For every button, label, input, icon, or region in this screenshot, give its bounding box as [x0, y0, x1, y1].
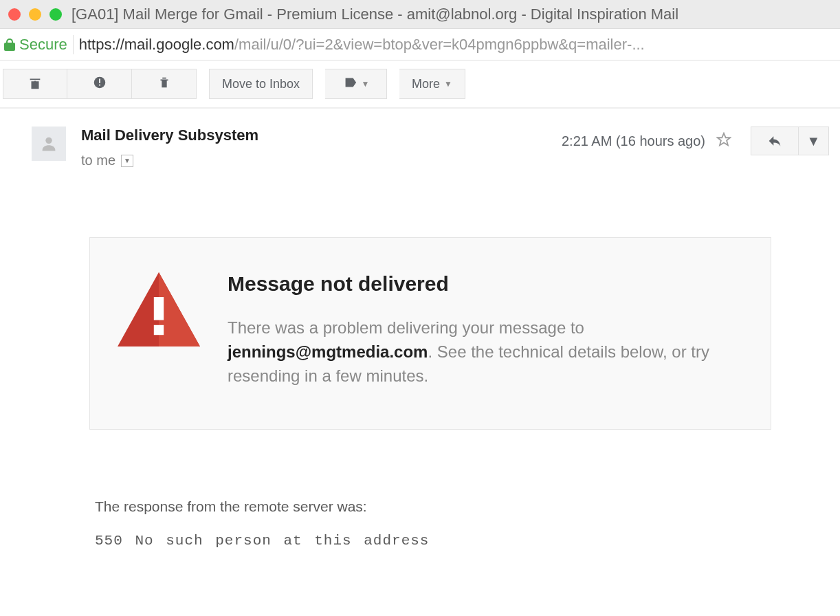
more-label: More: [412, 77, 440, 91]
archive-button[interactable]: [3, 69, 67, 99]
svg-rect-7: [154, 297, 164, 320]
star-icon: [716, 132, 731, 147]
message-meta: 2:21 AM (16 hours ago) ▼: [562, 126, 829, 155]
response-code: 550 No such person at this address: [95, 533, 771, 549]
chevron-down-icon: ▼: [362, 79, 370, 89]
notice-description: There was a problem delivering your mess…: [228, 316, 743, 388]
trash-icon: [157, 75, 172, 94]
address-bar[interactable]: Secure https://mail.google.com/mail/u/0/…: [0, 29, 840, 60]
response-label: The response from the remote server was:: [95, 498, 771, 515]
notice-desc-before: There was a problem delivering your mess…: [228, 318, 584, 337]
reply-icon: [766, 134, 784, 148]
notice-title: Message not delivered: [228, 272, 743, 296]
label-icon: [342, 75, 357, 94]
close-window-button[interactable]: [8, 8, 21, 21]
move-to-inbox-button[interactable]: Move to Inbox: [209, 69, 313, 99]
maximize-window-button[interactable]: [49, 8, 62, 21]
svg-rect-1: [99, 78, 100, 82]
url-path: /mail/u/0/?ui=2&view=btop&ver=k04pmgn6pp…: [234, 36, 645, 53]
report-spam-button[interactable]: [67, 69, 132, 99]
recipient-line: to me ▼: [81, 153, 562, 168]
url-host: https://mail.google.com: [79, 36, 234, 53]
url-text: https://mail.google.com/mail/u/0/?ui=2&v…: [79, 36, 836, 54]
reply-more-button[interactable]: ▼: [799, 126, 829, 155]
person-icon: [39, 134, 58, 153]
warning-icon: [118, 272, 200, 349]
avatar: [32, 126, 66, 161]
message-header: Mail Delivery Subsystem to me ▼ 2:21 AM …: [0, 109, 840, 168]
message-body: Message not delivered There was a proble…: [0, 168, 840, 549]
move-to-inbox-label: Move to Inbox: [222, 77, 300, 91]
svg-marker-4: [718, 133, 730, 144]
labels-button[interactable]: ▼: [325, 69, 387, 99]
chevron-down-icon: ▼: [807, 133, 821, 149]
window-titlebar: [GA01] Mail Merge for Gmail - Premium Li…: [0, 0, 840, 29]
spam-icon: [92, 75, 107, 94]
sender-block: Mail Delivery Subsystem to me ▼: [81, 126, 562, 168]
divider: [73, 35, 74, 54]
response-block: The response from the remote server was:…: [89, 498, 771, 549]
show-details-button[interactable]: ▼: [121, 155, 133, 167]
traffic-lights: [8, 8, 62, 21]
archive-icon: [27, 75, 43, 94]
reply-button[interactable]: [751, 126, 799, 155]
more-button[interactable]: More ▼: [399, 69, 465, 99]
toolbar: Move to Inbox ▼ More ▼: [0, 60, 840, 109]
timestamp: 2:21 AM (16 hours ago): [562, 133, 705, 149]
svg-rect-8: [154, 325, 164, 335]
minimize-window-button[interactable]: [29, 8, 41, 21]
delivery-notice: Message not delivered There was a proble…: [89, 237, 771, 430]
notice-text-block: Message not delivered There was a proble…: [228, 272, 743, 388]
secure-label: Secure: [19, 36, 67, 54]
toolbar-group-primary: [3, 69, 197, 99]
svg-rect-2: [99, 84, 100, 85]
lock-icon: [4, 38, 15, 51]
sender-name: Mail Delivery Subsystem: [81, 126, 562, 144]
star-button[interactable]: [716, 132, 731, 151]
delete-button[interactable]: [132, 69, 197, 99]
window-title: [GA01] Mail Merge for Gmail - Premium Li…: [71, 6, 678, 23]
chevron-down-icon: ▼: [444, 79, 452, 89]
recipient-text: to me: [81, 153, 115, 168]
notice-email: jennings@mgtmedia.com: [228, 342, 428, 361]
svg-point-3: [45, 138, 52, 144]
svg-marker-6: [159, 272, 200, 346]
reply-group: ▼: [751, 126, 829, 155]
